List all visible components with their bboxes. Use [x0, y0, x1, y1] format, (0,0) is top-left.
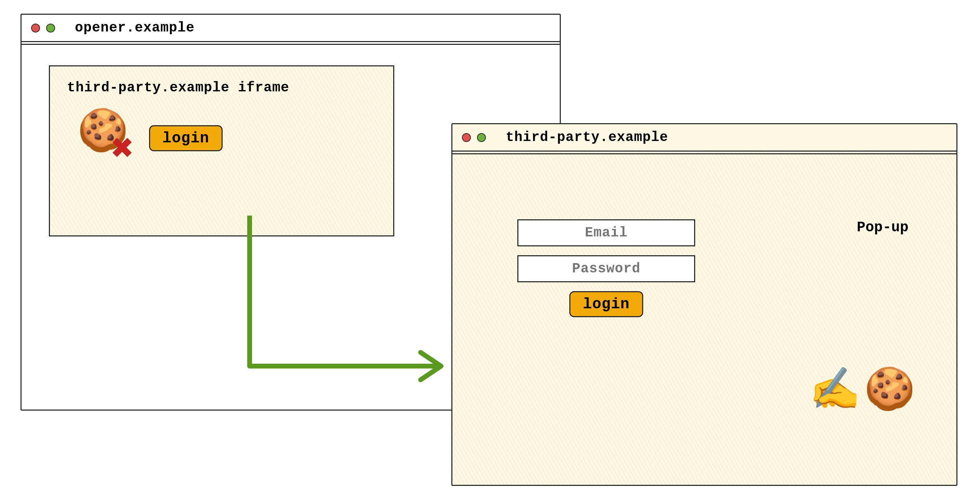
close-icon[interactable]	[31, 24, 40, 32]
cookie-set-indicator: ✍️ 🍪	[809, 371, 915, 412]
maximize-icon[interactable]	[477, 133, 486, 142]
popup-window: third-party.example Pop-up login ✍️ 🍪	[451, 123, 958, 486]
opener-address: opener.example	[75, 20, 194, 35]
iframe-label: third-party.example iframe	[50, 66, 393, 102]
opener-titlebar: opener.example	[22, 15, 560, 42]
login-form: login	[517, 219, 695, 317]
popup-label: Pop-up	[857, 219, 908, 236]
password-field[interactable]	[517, 255, 695, 282]
maximize-icon[interactable]	[46, 24, 55, 32]
popup-login-button[interactable]: login	[570, 291, 643, 317]
cookie-icon: 🍪	[864, 371, 915, 412]
popup-content: Pop-up login ✍️ 🍪	[452, 154, 956, 491]
close-icon[interactable]	[462, 133, 471, 142]
popup-address: third-party.example	[506, 130, 668, 145]
blocked-cookie: 🍪 ✖	[77, 113, 129, 164]
iframe-login-button[interactable]: login	[149, 125, 223, 151]
email-field[interactable]	[517, 219, 695, 246]
third-party-iframe: third-party.example iframe 🍪 ✖ login	[49, 65, 394, 236]
blocked-x-icon: ✖	[111, 132, 134, 169]
writing-hand-icon: ✍️	[809, 371, 861, 412]
popup-titlebar: third-party.example	[452, 124, 956, 152]
